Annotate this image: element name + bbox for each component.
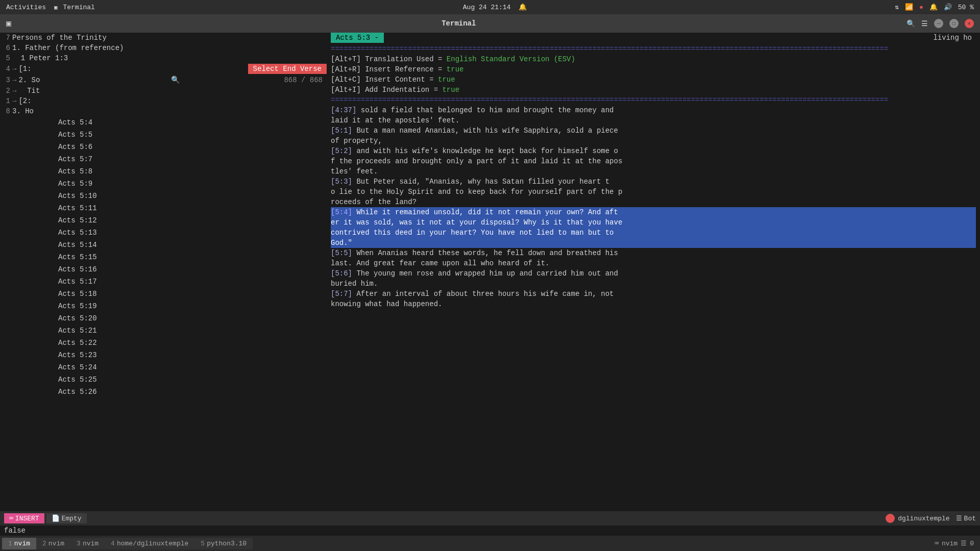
tab-2-nvim[interactable]: 2 nvim: [36, 538, 70, 549]
system-bar-left: Activities ▣ Terminal: [6, 4, 95, 11]
right-panel: Acts 5:3 - living ho ===================…: [327, 33, 980, 511]
menu-icon[interactable]: ☰: [921, 19, 928, 28]
tab-1-nvim[interactable]: 1 nvim: [2, 538, 36, 549]
terminal-title: Terminal: [442, 19, 476, 28]
list-item[interactable]: Acts 5:26: [0, 386, 327, 398]
status-insert: ⌨ INSERT: [4, 513, 44, 523]
verse-55: [5:5] When Ananias heard these words, he…: [331, 248, 976, 268]
verse-57: [5:7] After an interval of about three h…: [331, 289, 976, 309]
list-item[interactable]: Acts 5:14: [0, 239, 327, 251]
user-display: dglinuxtemple: [886, 514, 949, 523]
volume-label: 50 %: [958, 4, 974, 11]
file-icon: 📄: [52, 514, 60, 522]
maximize-button[interactable]: □: [949, 19, 959, 28]
status-empty: 📄 Empty: [46, 513, 87, 523]
info-line-reference: [Alt+R] Insert Reference = true: [331, 64, 976, 74]
close-circle-icon: ●: [919, 4, 923, 11]
list-item[interactable]: Acts 5:15: [0, 251, 327, 263]
list-item[interactable]: Acts 5:5: [0, 129, 327, 141]
tab-3-nvim[interactable]: 3 nvim: [70, 538, 105, 549]
empty-label: Empty: [62, 515, 82, 522]
tab-count-icon: ☰: [961, 539, 967, 547]
system-bar-right: ⇅ 📶 ● 🔔 🔊 50 %: [895, 3, 974, 11]
top-divider: ========================================…: [331, 44, 976, 54]
list-item[interactable]: Acts 5:13: [0, 227, 327, 239]
terminal-titlebar: ▣ Terminal 🔍 ☰ — □ ✕: [0, 14, 980, 33]
verse-53: [5:3] But Peter said, "Ananias, why has …: [331, 177, 976, 207]
speaker-icon: 🔊: [944, 3, 952, 11]
list-item[interactable]: Acts 5:17: [0, 276, 327, 288]
terminal-content: 7 Persons of the Trinity 6 1. Father (fr…: [0, 33, 980, 511]
main-split: 7 Persons of the Trinity 6 1. Father (fr…: [0, 33, 980, 511]
list-item[interactable]: Acts 5:22: [0, 337, 327, 349]
list-item[interactable]: Acts 5:23: [0, 349, 327, 361]
list-item[interactable]: Acts 5:24: [0, 361, 327, 373]
close-button[interactable]: ✕: [965, 19, 974, 28]
list-item[interactable]: Acts 5:4: [0, 116, 327, 129]
line-3-search: 3 → 2. So 🔍 868 / 868: [0, 74, 327, 86]
list-item[interactable]: Acts 5:18: [0, 288, 327, 300]
network-icon: ⇅: [895, 3, 899, 11]
tabs-bar: 1 nvim 2 nvim 3 nvim 4 home/dglinuxtempl…: [0, 536, 980, 551]
status-right: dglinuxtemple ☰ Bot: [886, 514, 976, 523]
wifi-icon: 📶: [905, 3, 913, 11]
info-line-content: [Alt+C] Insert Content = true: [331, 74, 976, 85]
info-line-translation: [Alt+T] Translation Used = English Stand…: [331, 54, 976, 64]
list-item[interactable]: Acts 5:8: [0, 165, 327, 178]
verse-list: Acts 5:4 Acts 5:5 Acts 5:6 Acts 5:7 Acts…: [0, 116, 327, 511]
false-line: false: [0, 525, 980, 536]
tab-nvim-label: nvim: [942, 540, 958, 547]
list-item[interactable]: Acts 5:21: [0, 324, 327, 337]
activities-label[interactable]: Activities: [6, 4, 46, 11]
list-item[interactable]: Acts 5:7: [0, 153, 327, 165]
list-item[interactable]: Acts 5:20: [0, 312, 327, 324]
select-end-verse-button[interactable]: Select End Verse: [248, 64, 327, 74]
list-item[interactable]: Acts 5:9: [0, 178, 327, 190]
titlebar-left: ▣: [6, 18, 11, 29]
user-avatar: [886, 514, 895, 523]
list-item[interactable]: Acts 5:25: [0, 373, 327, 386]
line-8: 8 3. Ho: [0, 106, 327, 116]
list-item[interactable]: Acts 5:16: [0, 263, 327, 276]
notification-icon: 🔔: [929, 3, 938, 11]
username-label: dglinuxtemple: [898, 515, 949, 522]
list-item[interactable]: Acts 5:10: [0, 190, 327, 202]
bot-icon: ☰: [956, 514, 962, 522]
verse-56: [5:6] The young men rose and wrapped him…: [331, 268, 976, 289]
verse-437: [4:37] sold a field that belonged to him…: [331, 105, 976, 126]
titlebar-right: 🔍 ☰ — □ ✕: [906, 19, 974, 28]
list-item[interactable]: Acts 5:12: [0, 214, 327, 227]
verse-54-highlighted: [5:4] While it remained unsold, did it n…: [331, 207, 976, 248]
system-bar: Activities ▣ Terminal Aug 24 21:14 🔔 ⇅ 📶…: [0, 0, 980, 14]
tab-5-python[interactable]: 5 python3.10: [194, 538, 253, 549]
acts-title: Acts 5:3 -: [331, 33, 384, 43]
insert-label: INSERT: [15, 515, 39, 522]
line-5: 5 1 Peter 1:3: [0, 53, 327, 63]
left-panel: 7 Persons of the Trinity 6 1. Father (fr…: [0, 33, 327, 511]
status-bar: ⌨ INSERT 📄 Empty dglinuxtemple ☰ Bot: [0, 511, 980, 525]
list-item[interactable]: Acts 5:6: [0, 141, 327, 153]
info-line-indentation: [Alt+I] Add Indentation = true: [331, 85, 976, 95]
keyboard-tab-icon: ⌨: [935, 539, 939, 547]
list-item[interactable]: Acts 5:19: [0, 300, 327, 312]
line-7: 7 Persons of the Trinity: [0, 33, 327, 43]
line-4-header: 4 → [1: Select End Verse: [0, 63, 327, 74]
line-2: 2 → Tit: [0, 86, 327, 96]
bottom-divider: ========================================…: [331, 95, 976, 105]
terminal-app-label: ▣ Terminal: [54, 4, 95, 11]
list-item[interactable]: Acts 5:11: [0, 202, 327, 214]
verse-52: [5:2] and with his wife's knowledge he k…: [331, 146, 976, 177]
tab-count: 0: [970, 540, 974, 547]
bot-display: ☰ Bot: [956, 514, 976, 522]
verse-51: [5:1] But a man named Ananias, with his …: [331, 126, 976, 146]
tab-4-home[interactable]: 4 home/dglinuxtemple: [105, 538, 194, 549]
verse-counter: 868 / 868: [284, 75, 327, 85]
bot-label-text: Bot: [964, 515, 976, 522]
search-input[interactable]: [182, 76, 284, 84]
minimize-button[interactable]: —: [934, 19, 943, 28]
search-icon[interactable]: 🔍: [906, 19, 915, 28]
living-ho-text: living ho: [933, 34, 972, 42]
line-6: 6 1. Father (from reference): [0, 43, 327, 53]
tab-right-info: ⌨ nvim ☰ 0: [935, 539, 978, 547]
datetime-display: Aug 24 21:14 🔔: [463, 3, 527, 11]
